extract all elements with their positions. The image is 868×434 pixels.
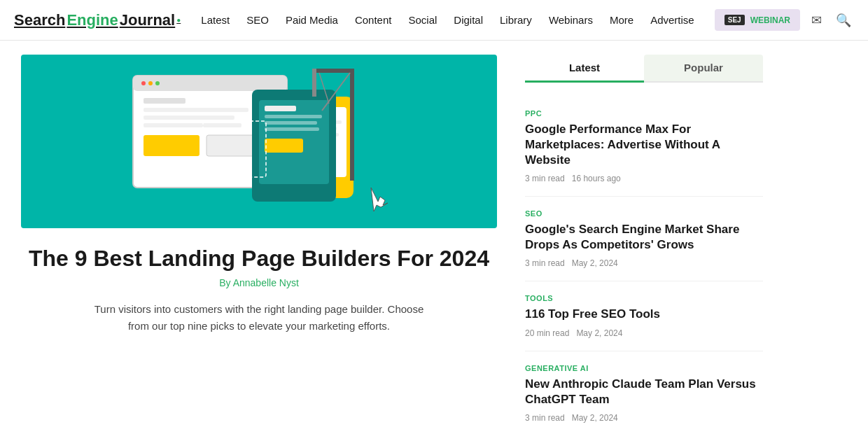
nav-advertise[interactable]: Advertise xyxy=(643,10,701,30)
svg-rect-9 xyxy=(144,123,241,127)
sidebar-article-4[interactable]: GENERATIVE AI New Anthropic Claude Team … xyxy=(525,351,763,434)
card-meta-2: 3 min read May 2, 2024 xyxy=(525,258,763,268)
svg-rect-5 xyxy=(155,81,160,85)
svg-rect-7 xyxy=(144,108,248,112)
svg-rect-25 xyxy=(265,139,303,153)
card-title-2: Google's Search Engine Market Share Drop… xyxy=(525,222,763,253)
svg-rect-6 xyxy=(144,98,186,104)
svg-rect-26 xyxy=(350,69,354,181)
svg-rect-22 xyxy=(265,115,322,118)
sidebar-article-3[interactable]: TOOLS 116 Top Free SEO Tools 20 min read… xyxy=(525,281,763,351)
article-excerpt: Turn visitors into customers with the ri… xyxy=(84,301,434,335)
svg-rect-3 xyxy=(141,81,146,85)
nav-digital[interactable]: Digital xyxy=(447,10,490,30)
card-title-1: Google Performance Max For Marketplaces:… xyxy=(525,122,763,168)
nav-library[interactable]: Library xyxy=(493,10,539,30)
read-time-3: 20 min read xyxy=(525,328,569,338)
site-logo[interactable]: SearchEngine Journal● xyxy=(14,11,181,29)
webinar-label: WEBINAR xyxy=(750,15,790,25)
nav-paid-media[interactable]: Paid Media xyxy=(279,10,345,30)
svg-rect-10 xyxy=(144,135,200,156)
article-title: The 9 Best Landing Page Builders For 202… xyxy=(21,245,497,272)
time-ago-2: May 2, 2024 xyxy=(572,258,618,268)
article-hero-image xyxy=(21,55,497,228)
card-meta-3: 20 min read May 2, 2024 xyxy=(525,328,763,338)
read-time-4: 3 min read xyxy=(525,413,565,423)
svg-rect-8 xyxy=(144,115,234,120)
tab-latest[interactable]: Latest xyxy=(525,55,644,83)
featured-article: The 9 Best Landing Page Builders For 202… xyxy=(21,55,497,434)
card-meta-1: 3 min read 16 hours ago xyxy=(525,174,763,183)
nav-more[interactable]: More xyxy=(603,10,640,30)
card-category-1: PPC xyxy=(525,109,763,118)
svg-rect-24 xyxy=(265,127,319,131)
main-content: The 9 Best Landing Page Builders For 202… xyxy=(0,41,868,434)
email-button[interactable]: ✉ xyxy=(808,10,825,31)
time-ago-4: May 2, 2024 xyxy=(572,413,618,423)
sidebar-article-2[interactable]: SEO Google's Search Engine Market Share … xyxy=(525,197,763,281)
main-nav: Latest SEO Paid Media Content Social Dig… xyxy=(194,10,701,30)
nav-latest[interactable]: Latest xyxy=(194,10,237,30)
svg-rect-23 xyxy=(265,121,317,125)
nav-webinars[interactable]: Webinars xyxy=(542,10,600,30)
sidebar-tabs: Latest Popular xyxy=(525,55,763,83)
logo-engine: Engine xyxy=(66,11,118,29)
header-right: SEJ WEBINAR ✉ 🔍 xyxy=(715,9,854,31)
nav-seo[interactable]: SEO xyxy=(239,10,276,30)
logo-search: Search xyxy=(14,11,65,29)
read-time-2: 3 min read xyxy=(525,258,565,268)
time-ago-1: 16 hours ago xyxy=(572,174,621,183)
logo-dot: ● xyxy=(176,16,181,24)
card-title-4: New Anthropic Claude Team Plan Versus Ch… xyxy=(525,377,763,407)
tab-popular[interactable]: Popular xyxy=(644,55,763,81)
svg-rect-4 xyxy=(148,81,153,85)
nav-content[interactable]: Content xyxy=(348,10,399,30)
svg-rect-28 xyxy=(312,69,316,97)
sidebar-article-1[interactable]: PPC Google Performance Max For Marketpla… xyxy=(525,97,763,197)
card-category-4: GENERATIVE AI xyxy=(525,364,763,372)
svg-rect-27 xyxy=(315,69,354,73)
card-category-3: TOOLS xyxy=(525,294,763,302)
article-author: By Annabelle Nyst xyxy=(21,277,497,288)
webinar-button[interactable]: SEJ WEBINAR xyxy=(715,9,800,31)
site-header: SearchEngine Journal● Latest SEO Paid Me… xyxy=(0,0,868,41)
time-ago-3: May 2, 2024 xyxy=(576,328,622,338)
nav-social[interactable]: Social xyxy=(401,10,444,30)
search-button[interactable]: 🔍 xyxy=(833,10,854,31)
sej-badge: SEJ xyxy=(724,15,745,25)
card-meta-4: 3 min read May 2, 2024 xyxy=(525,413,763,423)
logo-journal: Journal xyxy=(120,11,175,29)
svg-rect-21 xyxy=(265,106,296,111)
read-time-1: 3 min read xyxy=(525,174,565,183)
card-category-2: SEO xyxy=(525,209,763,218)
sidebar: Latest Popular PPC Google Performance Ma… xyxy=(525,55,763,434)
card-title-3: 116 Top Free SEO Tools xyxy=(525,307,763,322)
